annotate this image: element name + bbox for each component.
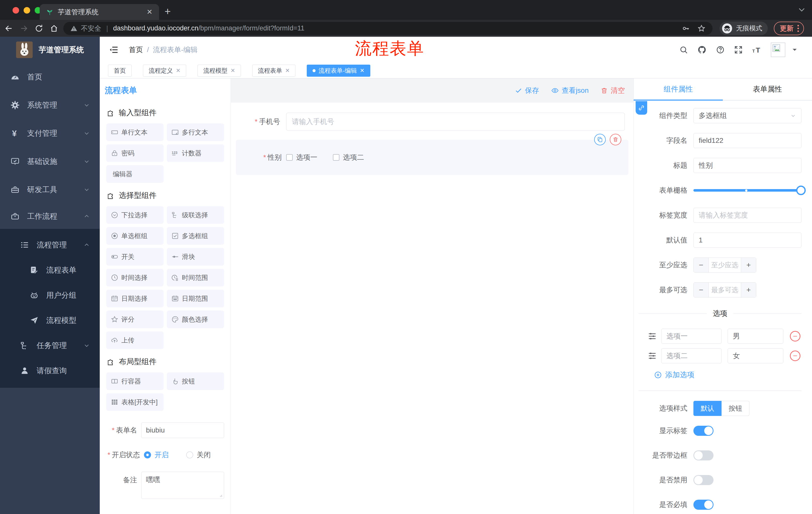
chip-time-picker[interactable]: 时间选择 [106,269,164,287]
tab-close-icon[interactable]: ✕ [147,8,152,16]
status-on-label[interactable]: 开启 [154,450,169,460]
github-icon[interactable] [697,45,706,54]
new-tab-button[interactable]: + [165,5,171,18]
delete-field-button[interactable] [610,134,621,145]
home-icon[interactable] [50,24,58,33]
save-button[interactable]: 保存 [515,86,539,95]
chip-single-line-text[interactable]: 单行文本 [106,124,164,141]
collapse-sidebar-icon[interactable] [109,45,118,54]
disabled-toggle[interactable] [693,475,714,485]
browser-update-button[interactable]: 更新 [774,22,804,35]
field-name-input[interactable] [693,133,802,148]
sidebar-item-process-mgmt[interactable]: 流程管理 [0,232,100,258]
url-bar[interactable]: 不安全 | dashboard.yudao.iocoder.cn/bpm/man… [63,22,713,35]
tab-process-form[interactable]: 流程表单✕ [252,64,295,77]
close-icon[interactable]: ✕ [230,67,235,74]
status-off-label[interactable]: 关闭 [197,450,211,460]
tab-component-props[interactable]: 组件属性 [634,78,723,100]
chip-editor[interactable]: 编辑器 [106,165,164,183]
sidebar-item-payment[interactable]: ¥ 支付管理 [0,119,100,147]
chip-time-range[interactable]: 时间范围 [167,269,224,287]
tab-process-form-edit[interactable]: 流程表单-编辑✕ [307,64,370,77]
chip-date-range[interactable]: 日期范围 [167,290,224,307]
chip-radio-group[interactable]: 单选框组 [106,227,164,245]
canvas-field-phone[interactable]: 手机号 [236,113,628,131]
show-label-toggle[interactable] [693,426,714,436]
link-icon[interactable] [636,101,647,115]
title-input[interactable] [693,158,802,173]
close-icon[interactable]: ✕ [360,67,364,74]
chip-checkbox-group[interactable]: 多选框组 [167,227,224,245]
view-json-button[interactable]: 查看json [551,86,589,95]
gender-option-2[interactable]: 选项二 [333,153,364,162]
tab-process-definition[interactable]: 流程定义✕ [143,64,186,77]
border-toggle[interactable] [693,450,714,460]
label-width-input[interactable] [693,208,802,223]
breadcrumb-home[interactable]: 首页 [129,45,143,55]
browser-menu-dots-icon[interactable] [797,24,800,33]
sidebar-item-leave-query[interactable]: 请假查询 [0,358,100,383]
tab-form-props[interactable]: 表单属性 [723,78,812,100]
max-select-value[interactable]: 最多可选 [709,283,741,297]
add-option-button[interactable]: 添加选项 [654,370,802,380]
option-value-input[interactable] [728,329,783,344]
tab-process-model[interactable]: 流程模型✕ [198,64,241,77]
copy-field-button[interactable] [594,134,606,145]
option-value-input[interactable] [728,348,783,363]
sidebar-item-infra[interactable]: 基础设施 [0,147,100,175]
minus-button[interactable]: − [694,283,709,297]
bookmark-star-icon[interactable] [697,24,705,32]
fullscreen-icon[interactable] [734,46,743,54]
search-icon[interactable] [679,46,688,54]
chip-cascader[interactable]: 级联选择 [167,206,224,224]
chip-upload[interactable]: 上传 [106,331,164,349]
grid-slider[interactable] [693,183,802,198]
component-type-select[interactable]: 多选框组 [693,108,802,123]
checkbox-icon[interactable] [286,154,293,161]
sidebar-item-devtools[interactable]: 研发工具 [0,175,100,204]
chip-table[interactable]: 表格[开发中] [106,393,164,411]
remove-option-button[interactable]: − [790,331,801,342]
chip-multi-line-text[interactable]: 多行文本 [167,124,224,141]
sidebar-item-workflow[interactable]: 工作流程 [0,204,100,229]
plus-button[interactable]: + [741,283,756,297]
min-select-value[interactable]: 至少应选 [709,258,741,272]
chip-color-picker[interactable]: 颜色选择 [167,310,224,328]
close-icon[interactable]: ✕ [285,67,290,74]
resize-handle-icon[interactable] [219,493,223,497]
plus-button[interactable]: + [741,258,756,272]
minus-button[interactable]: − [694,258,709,272]
sidebar-item-home[interactable]: 首页 [0,63,100,91]
chip-switch[interactable]: 开关 [106,248,164,266]
tab-home[interactable]: 首页 [108,64,132,77]
style-default-button[interactable]: 默认 [693,401,722,416]
checkbox-icon[interactable] [333,154,340,161]
password-key-icon[interactable] [682,24,690,32]
chip-row-container[interactable]: 行容器 [106,373,164,390]
font-size-icon[interactable]: TT [752,46,762,54]
caret-down-icon[interactable] [792,48,798,52]
sidebar-item-process-model[interactable]: 流程模型 [0,308,100,333]
back-icon[interactable] [4,24,13,33]
help-icon[interactable] [716,46,725,54]
chip-slider[interactable]: 滑块 [167,248,224,266]
avatar[interactable] [771,43,785,57]
remove-option-button[interactable]: − [790,351,801,361]
drag-handle-icon[interactable] [648,332,657,341]
chip-rate[interactable]: 评分 [106,310,164,328]
minimize-window-button[interactable] [24,7,30,13]
status-off-radio[interactable] [186,451,193,458]
reload-icon[interactable] [35,24,43,33]
close-window-button[interactable] [12,7,19,13]
close-icon[interactable]: ✕ [176,67,180,74]
sidebar-item-task-mgmt[interactable]: 任务管理 [0,333,100,358]
chip-date-picker[interactable]: 日期选择 [106,290,164,307]
form-remark-textarea[interactable]: 嘿嘿 [141,472,224,499]
chip-password[interactable]: 密码 [106,144,164,162]
status-on-radio[interactable] [144,451,151,458]
tab-overflow-chevron-icon[interactable] [798,7,806,12]
browser-tab[interactable]: 芋道管理系统 ✕ [40,4,159,20]
clear-button[interactable]: 清空 [601,86,625,95]
chip-button[interactable]: 按钮 [167,373,224,390]
sidebar-item-process-form[interactable]: 流程表单 [0,258,100,283]
